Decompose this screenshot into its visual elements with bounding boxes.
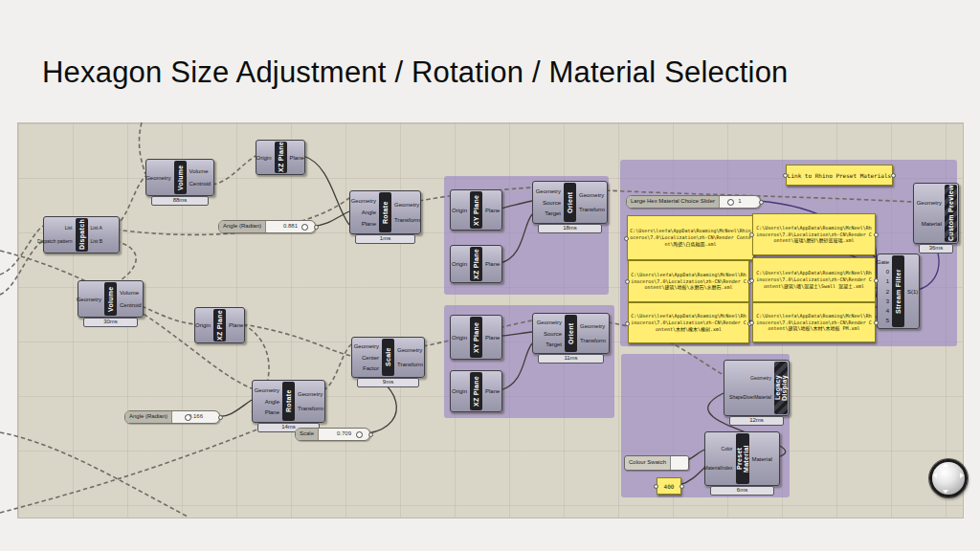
material-path-panel-6[interactable]: C:\Users\leefa\AppData\Roaming\McNeel\Rh…	[752, 302, 876, 342]
material-path-panel-5[interactable]: C:\Users\leefa\AppData\Roaming\McNeel\Rh…	[628, 302, 749, 343]
slider-track[interactable]: 0.166	[172, 411, 219, 423]
node-title[interactable]: Rotate	[282, 382, 295, 421]
angle-radian-slider-1[interactable]: Angle (Radian) 0.881	[218, 220, 316, 233]
node-title[interactable]: Rotate	[379, 192, 391, 232]
view-navigation-ball-icon[interactable]	[929, 459, 968, 497]
node-xz-plane-g1[interactable]: Origin XZ Plane Plane	[450, 245, 502, 283]
slider-knob[interactable]	[301, 224, 308, 231]
port-label: Geometry	[750, 376, 771, 381]
node-title[interactable]: Orient	[565, 315, 577, 352]
node-xz-plane-mid[interactable]: Origin XZ Plane Plane	[194, 307, 245, 343]
port-label: Centroid	[189, 181, 212, 187]
node-dispatch[interactable]: ListDispatch pattern Dispatch List AList…	[43, 216, 120, 253]
swatch-color-well[interactable]	[670, 456, 688, 470]
node-title[interactable]: XZ Plane	[213, 309, 226, 342]
port-label: Geometry	[579, 192, 604, 198]
slider-track[interactable]: 0.881	[266, 221, 315, 232]
node-preset-material[interactable]: ColorMaterialIndex Preset Material Mater…	[704, 431, 780, 486]
node-title[interactable]: XY Plane	[470, 317, 482, 358]
slider-knob[interactable]	[727, 199, 734, 206]
port-label: Transform	[394, 217, 420, 223]
port-label: 1	[886, 278, 889, 284]
node-title[interactable]: Volume	[174, 161, 187, 194]
runtime-badge: 1ms	[355, 234, 415, 244]
node-xz-plane-g2[interactable]: Origin XZ Plane Plane	[450, 370, 502, 412]
node-title[interactable]: Preset Material	[736, 433, 749, 484]
runtime-badge: 18ms	[538, 224, 602, 233]
node-custom-preview[interactable]: GeometryMaterial Custom Preview 36ms	[913, 183, 959, 244]
node-rotate-1[interactable]: GeometryAnglePlane Rotate GeometryTransf…	[349, 190, 421, 234]
slider-label: Angle (Radian)	[125, 411, 172, 423]
port-label: Geometry	[397, 347, 422, 353]
port-label: ShapeDiverMaterial	[729, 395, 771, 400]
node-xy-plane-g1[interactable]: Origin XY Plane Plane	[450, 189, 502, 231]
node-volume-2[interactable]: Geometry Volume VolumeCentroid 30ms	[78, 280, 144, 318]
node-title[interactable]: Dispatch	[76, 218, 88, 252]
port-label: 0	[886, 269, 889, 275]
node-volume-1[interactable]: Geometry Volume VolumeCentroid 88ms	[145, 159, 214, 196]
node-title[interactable]: XY Plane	[470, 191, 482, 229]
material-path-panel-1[interactable]: C:\Users\leefa\AppData\Roaming\McNeel\Rh…	[627, 215, 754, 260]
node-title[interactable]: Stream Filter	[892, 255, 904, 327]
colour-swatch-widget[interactable]: Colour Swatch	[624, 455, 689, 471]
node-legacy-display[interactable]: GeometryShapeDiverMaterial Legacy Displa…	[724, 360, 790, 416]
grasshopper-window: Hexagon Size Adjustment / Rotation / Mat…	[0, 0, 980, 551]
node-orient-2[interactable]: GeometrySourceTarget Orient GeometryTran…	[532, 313, 610, 354]
slider-knob[interactable]	[185, 414, 191, 421]
node-title[interactable]: Scale	[382, 339, 394, 376]
node-scale[interactable]: GeometryCenterFactor Scale GeometryTrans…	[351, 337, 425, 378]
port-label: MaterialIndex	[703, 466, 732, 471]
port-label: Plane	[229, 322, 243, 328]
material-path-panel-2[interactable]: C:\Users\leefa\AppData\Roaming\McNeel\Rh…	[752, 213, 876, 255]
port-label: Plane	[485, 335, 500, 341]
node-stream-filter[interactable]: Gate012345 Stream Filter S(1)	[877, 253, 920, 329]
link-note-panel[interactable]: Link to Rhino Preset Materials	[786, 165, 893, 186]
material-path-panel-3[interactable]: C:\Users\leefa\AppData\Roaming\McNeel\Rh…	[628, 260, 749, 302]
node-rotate-2[interactable]: GeometryAnglePlane Rotate GeometryTransf…	[252, 380, 325, 423]
runtime-badge: 36ms	[919, 244, 953, 253]
slider-track[interactable]: 1	[720, 196, 760, 208]
scale-slider[interactable]: Scale 0.709	[295, 428, 370, 441]
port-label: Plane	[485, 208, 500, 213]
port-label: Factor	[363, 365, 379, 371]
compass-left-arrow-icon	[933, 473, 937, 478]
node-xy-plane-g2[interactable]: Origin XY Plane Plane	[450, 315, 502, 360]
port-label: Transform	[580, 338, 606, 343]
port-label: Source	[544, 331, 562, 337]
port-label: Origin	[256, 155, 271, 161]
port-label: Source	[543, 200, 561, 206]
node-title[interactable]: XZ Plane	[470, 247, 482, 281]
port-label: 4	[886, 308, 889, 314]
node-title[interactable]: Legacy Display	[774, 362, 788, 414]
page-title: Hexagon Size Adjustment / Rotation / Mat…	[42, 55, 789, 90]
port-label: Target	[546, 342, 562, 347]
port-label: Volume	[120, 290, 139, 296]
slider-label: Large Hex Material Choice Slider	[627, 196, 720, 208]
port-label: 5	[886, 318, 889, 323]
material-choice-slider[interactable]: Large Hex Material Choice Slider 1	[626, 195, 761, 209]
material-index-panel[interactable]: 400	[657, 477, 681, 495]
port-label: Plane	[265, 409, 279, 415]
node-title[interactable]: Volume	[104, 282, 117, 316]
port-label: Geometry	[536, 188, 561, 194]
material-path-panel-4[interactable]: C:\Users\leefa\AppData\Roaming\McNeel\Rh…	[752, 257, 876, 302]
port-label: Geometry	[917, 200, 942, 206]
port-label: Geometry	[394, 202, 419, 208]
compass-down-arrow-icon	[943, 490, 948, 494]
node-xz-plane-top[interactable]: Origin XZ Plane Plane	[256, 140, 305, 175]
slider-track[interactable]: 0.709	[319, 429, 369, 440]
node-orient-1[interactable]: GeometrySourceTarget Orient GeometryTran…	[532, 181, 608, 224]
slider-knob[interactable]	[356, 431, 363, 438]
node-title[interactable]: XZ Plane	[275, 142, 287, 173]
port-label: Plane	[290, 155, 304, 161]
slider-value: 0.709	[337, 430, 351, 436]
port-label: Origin	[452, 208, 467, 213]
port-label: Geometry	[255, 387, 279, 393]
angle-radian-slider-2[interactable]: Angle (Radian) 0.166	[124, 410, 220, 424]
node-title[interactable]: Custom Preview	[945, 185, 957, 242]
slider-value: 0.881	[283, 223, 298, 229]
port-label: Geometry	[145, 175, 170, 181]
node-title[interactable]: XZ Plane	[470, 372, 482, 410]
node-title[interactable]: Orient	[564, 183, 576, 222]
port-label: Geometry	[77, 297, 101, 302]
